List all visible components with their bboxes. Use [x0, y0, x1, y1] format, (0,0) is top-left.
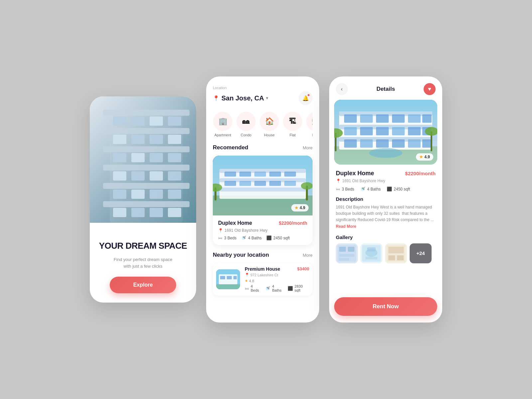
category-condo[interactable]: 🏘 Condo — [236, 112, 256, 137]
svg-point-50 — [301, 182, 313, 190]
nearby-section-header: Nearby your location More — [213, 252, 313, 258]
house-icon: 🏠 — [260, 112, 279, 131]
svg-rect-100 — [388, 255, 395, 260]
featured-card-title: Duplex Home — [218, 220, 252, 226]
detail-page-title: Details — [376, 86, 395, 92]
splash-content: YOUR DREAM SPACE Find your perfect dream… — [90, 223, 196, 303]
gallery-thumb-2[interactable] — [360, 243, 382, 263]
category-flat[interactable]: 🏗 Flat — [283, 112, 303, 137]
svg-rect-66 — [392, 114, 405, 123]
featured-card-image: ★ 4.9 — [213, 156, 313, 215]
gallery-more-count: +24 — [416, 250, 425, 256]
screen-listing: Location 📍 San Jose, CA ▾ 🔔 🏢 Apartment … — [206, 76, 319, 323]
explore-button[interactable]: Explore — [110, 277, 176, 293]
gallery-thumb-more[interactable]: +24 — [410, 243, 432, 263]
nearby-pin-icon: 📍 — [245, 273, 249, 277]
featured-property-card[interactable]: ★ 4.9 Duplex Home $2200/month 📍 1691 Old… — [213, 156, 313, 245]
description-title: Description — [336, 196, 436, 202]
svg-rect-20 — [131, 171, 145, 181]
detail-baths-spec: 🚿 4 Baths — [360, 187, 381, 192]
nearby-property-item[interactable]: Premium House $3400 📍 972 Lakeshire Ct ★… — [213, 263, 313, 296]
featured-rating: 4.9 — [300, 205, 305, 210]
gallery-thumb-1[interactable] — [336, 243, 358, 263]
svg-rect-79 — [408, 139, 421, 148]
featured-card-price: $2200/month — [279, 220, 307, 226]
svg-rect-2 — [103, 128, 190, 134]
svg-rect-80 — [422, 139, 432, 148]
gallery-thumb-3[interactable] — [385, 243, 407, 263]
notification-button[interactable]: 🔔 — [299, 91, 313, 105]
recommended-title: Recomended — [213, 144, 248, 151]
detail-sqft-spec: ⬛ 2450 sqft — [387, 187, 410, 192]
svg-rect-3 — [103, 146, 190, 152]
svg-rect-9 — [150, 116, 163, 126]
svg-rect-28 — [131, 208, 145, 217]
nearby-property-address: 📍 972 Lakeshire Ct — [245, 273, 309, 277]
location-row: 📍 San Jose, CA ▾ 🔔 — [213, 91, 313, 105]
screen-details: ‹ Details ♥ — [329, 76, 442, 323]
nearby-title: Nearby your location — [213, 252, 269, 258]
detail-property-image: ★ 4.9 — [334, 100, 437, 165]
svg-rect-39 — [254, 172, 266, 177]
svg-rect-41 — [284, 172, 296, 177]
category-detached[interactable]: 🏡 De... — [306, 112, 313, 137]
detail-scroll-area: Duplex Home $2200/month 📍 1691 Old Baysh… — [329, 165, 442, 294]
location-label: Location — [213, 86, 313, 90]
favorite-button[interactable]: ♥ — [424, 83, 436, 95]
nearby-bath-icon: 🚿 — [265, 286, 270, 291]
category-house[interactable]: 🏠 House — [259, 112, 279, 137]
baths-spec: 🚿 4 Baths — [241, 235, 262, 240]
svg-rect-67 — [408, 114, 421, 123]
rent-now-button[interactable]: Rent Now — [334, 297, 437, 316]
svg-rect-26 — [168, 190, 181, 199]
svg-rect-89 — [348, 247, 354, 252]
svg-rect-24 — [131, 190, 145, 199]
svg-rect-4 — [103, 165, 190, 171]
svg-rect-36 — [219, 188, 306, 192]
svg-rect-77 — [376, 139, 389, 148]
svg-rect-53 — [220, 276, 225, 279]
nearby-info: Premium House $3400 📍 972 Lakeshire Ct ★… — [245, 266, 309, 292]
recommended-more-link[interactable]: More — [303, 145, 313, 150]
back-button[interactable]: ‹ — [336, 83, 348, 95]
category-row: 🏢 Apartment 🏘 Condo 🏠 House 🏗 Flat 🏡 De.… — [213, 112, 313, 137]
detached-label: De... — [312, 133, 313, 137]
category-apartment[interactable]: 🏢 Apartment — [213, 112, 233, 137]
splash-subtitle: Find your perfect dream spacewith just a… — [114, 256, 172, 269]
svg-rect-46 — [284, 181, 296, 186]
svg-rect-68 — [422, 114, 432, 123]
svg-rect-91 — [339, 258, 349, 261]
detail-bath-icon: 🚿 — [360, 187, 365, 192]
detail-star-icon: ★ — [419, 155, 423, 159]
svg-rect-5 — [103, 183, 190, 189]
svg-rect-90 — [339, 254, 354, 257]
svg-rect-25 — [150, 190, 163, 199]
svg-rect-21 — [150, 171, 163, 181]
svg-rect-42 — [224, 181, 236, 186]
svg-rect-10 — [168, 116, 181, 126]
svg-rect-78 — [392, 139, 405, 148]
svg-rect-8 — [131, 116, 145, 126]
nearby-more-link[interactable]: More — [303, 253, 313, 258]
recommended-section-header: Recomended More — [213, 144, 313, 151]
featured-card-specs: 🛏 3 Beds 🚿 4 Baths ⬛ 2450 sqft — [218, 235, 307, 240]
nearby-title-row: Premium House $3400 — [245, 266, 309, 272]
read-more-link[interactable]: Read More — [336, 224, 356, 229]
featured-rating-badge: ★ 4.9 — [291, 204, 309, 211]
nearby-property-name: Premium House — [245, 266, 280, 272]
beds-spec: 🛏 3 Beds — [218, 235, 236, 240]
svg-rect-73 — [408, 127, 421, 135]
svg-rect-22 — [168, 171, 181, 181]
bed-icon: 🛏 — [218, 235, 222, 240]
svg-rect-54 — [227, 276, 232, 279]
svg-rect-17 — [150, 153, 163, 162]
location-selector[interactable]: 📍 San Jose, CA ▾ — [213, 94, 268, 102]
detail-beds-spec: 🛏 3 Beds — [336, 187, 354, 192]
svg-rect-15 — [113, 153, 126, 162]
apartment-icon: 🏢 — [213, 112, 232, 131]
svg-rect-69 — [344, 127, 357, 135]
svg-rect-37 — [224, 172, 236, 177]
heart-icon: ♥ — [428, 86, 431, 92]
detail-rating-badge: ★ 4.9 — [416, 153, 433, 161]
sqft-spec: ⬛ 2450 sqft — [266, 235, 290, 240]
